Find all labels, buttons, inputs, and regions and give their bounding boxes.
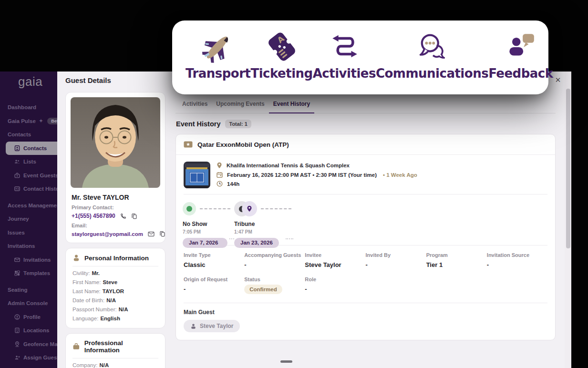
civility-value: Mr. <box>92 270 100 276</box>
personal-information-card: Personal Information Civility:Mr. First … <box>65 248 165 328</box>
guest-email[interactable]: staylorguest@yopmail.com <box>72 231 143 237</box>
modal-item-ticketing[interactable]: A Ticketing <box>250 28 312 94</box>
sidebar-section-invitations[interactable]: Invitations <box>0 239 57 253</box>
green-status-dot <box>183 202 196 215</box>
envelope-icon <box>14 257 20 263</box>
building-icon <box>14 327 20 333</box>
modal-item-feedback[interactable]: Feedback <box>488 28 553 94</box>
history-card-icon <box>14 186 20 192</box>
tab-event-history[interactable]: Event History <box>269 96 314 113</box>
tab-bar: Activities Upcoming Events Event History <box>175 96 556 113</box>
event-venue: Khalifa International Tennis & Squash Co… <box>227 163 350 168</box>
sidebar-item-invitations[interactable]: Invitations <box>0 253 57 267</box>
sidebar-section-contacts[interactable]: Contacts <box>0 128 57 142</box>
invite-details-grid: Invite TypeClassic Accompanying Guests- … <box>176 245 555 303</box>
sidebar-item-templates[interactable]: Templates <box>0 266 57 280</box>
guest-photo-card: Mr. Steve TAYLOR Primary Contact: +1(555… <box>65 92 165 243</box>
event-title: Qatar ExxonMobil Open (ATP) <box>197 141 289 148</box>
drag-handle[interactable] <box>280 360 292 363</box>
geofence-pin-icon <box>14 341 20 347</box>
route-arrows-icon <box>329 28 360 65</box>
timeline-date-pill: Jan 7, 2026 <box>183 238 227 248</box>
person-icon <box>190 323 196 329</box>
dob-value: N/A <box>106 297 116 303</box>
location-marker-dot <box>242 201 257 216</box>
copy-email-icon[interactable] <box>159 231 165 237</box>
sidebar: gaia Dashboard Gaia Pulse ✦ Beta Contact… <box>0 72 57 368</box>
sidebar-item-assign-guest-data[interactable]: Assign Guest Data <box>0 351 57 365</box>
total-badge: Total: 1 <box>225 120 251 128</box>
company-value: N/A <box>99 362 109 368</box>
sidebar-item-seating[interactable]: Seating <box>0 283 57 297</box>
detail-accompanying-guests: Accompanying Guests- <box>244 252 305 268</box>
main-guest-chip[interactable]: Steve Taylor <box>184 320 240 332</box>
timeline-step-no-show: No Show 7:05 PM Jan 7, 2026 <box>183 201 227 248</box>
app-window: gaia Dashboard Gaia Pulse ✦ Beta Contact… <box>0 0 588 368</box>
modal-item-activities[interactable]: Activities <box>313 28 376 94</box>
detail-program: ProgramTier 1 <box>426 252 487 268</box>
detail-invited-by: Invited By- <box>365 252 426 268</box>
sidebar-item-event-guests[interactable]: Event Guests <box>0 169 57 183</box>
sidebar-item-journey[interactable]: Journey <box>0 212 57 226</box>
modal-item-communications[interactable]: Communications <box>376 28 488 94</box>
passport-value: N/A <box>119 307 128 312</box>
sidebar-item-geofence-manager[interactable]: Geofence Manager <box>0 337 57 351</box>
event-timeline: No Show 7:05 PM Jan 7, 2026 <box>176 194 555 245</box>
email-icon[interactable] <box>148 231 155 237</box>
scrollbar-track[interactable] <box>565 72 571 368</box>
calendar-icon <box>217 172 223 178</box>
clock-icon <box>217 181 223 187</box>
sidebar-item-gaia-pulse[interactable]: Gaia Pulse ✦ Beta <box>0 114 57 128</box>
guest-briefcase-icon <box>14 173 20 178</box>
sidebar-item-locations[interactable]: Locations <box>0 324 57 337</box>
person-icon <box>72 254 80 262</box>
sidebar-item-contacts[interactable]: Contacts <box>6 142 57 155</box>
detail-invitation-source: Invitation Source- <box>487 252 547 268</box>
event-history-column: Activities Upcoming Events Event History… <box>175 96 556 340</box>
sidebar-item-dashboard[interactable]: Dashboard <box>0 101 57 114</box>
copy-phone-icon[interactable] <box>131 213 137 219</box>
modal-item-transport[interactable]: Transport <box>186 28 250 94</box>
contact-badge-icon <box>14 145 20 151</box>
sidebar-item-profile[interactable]: Profile <box>0 310 57 324</box>
detail-invitee: InviteeSteve Taylor <box>305 252 365 268</box>
close-icon[interactable]: ✕ <box>552 74 564 86</box>
gaia-logo: gaia <box>0 72 57 89</box>
primary-contact-label: Primary Contact: <box>72 204 159 210</box>
sidebar-item-access-management[interactable]: Access Management <box>0 199 57 213</box>
templates-grid-icon <box>14 270 20 276</box>
guest-photo <box>71 97 160 188</box>
beta-badge: Beta <box>47 118 57 124</box>
event-thumbnail <box>184 162 210 188</box>
sidebar-section-admin-console[interactable]: Admin Console <box>0 296 57 310</box>
detail-origin-of-request: Origin of Request- <box>184 276 244 294</box>
phone-icon[interactable] <box>120 213 126 219</box>
detail-status: StatusConfirmed <box>244 276 305 294</box>
event-ticket-icon <box>184 141 193 148</box>
main-guest-label: Main Guest <box>184 309 547 316</box>
scrollbar-thumb[interactable] <box>566 89 570 248</box>
tab-activities[interactable]: Activities <box>178 96 212 113</box>
event-card: Qatar ExxonMobil Open (ATP) <box>175 134 556 340</box>
guest-details-panel: Guest Details ✕ <box>57 72 571 368</box>
page-title: Guest Details <box>65 76 111 84</box>
event-duration: 144h <box>227 181 239 187</box>
event-relative-time: • 1 Week Ago <box>383 172 417 178</box>
briefcase-icon <box>72 343 80 350</box>
guest-phone[interactable]: +1(555) 4567890 <box>72 213 115 219</box>
tab-upcoming-events[interactable]: Upcoming Events <box>212 96 268 113</box>
last-name-value: TAYLOR <box>103 288 124 294</box>
language-value: English <box>100 316 120 321</box>
sidebar-item-contact-history[interactable]: Contact History <box>0 182 57 196</box>
timeline-step-tribune: Tribune 1:47 PM Jan 23, 2026 <box>234 201 279 248</box>
sidebar-item-lists[interactable]: Lists <box>0 155 57 169</box>
profile-icon <box>14 314 20 320</box>
chat-bubbles-icon <box>416 28 448 65</box>
people-icon <box>14 159 20 164</box>
person-speech-icon <box>505 28 536 65</box>
main-guest-section: Main Guest Steve Taylor <box>176 303 555 340</box>
sidebar-item-issues[interactable]: Issues <box>0 226 57 240</box>
event-datetime: February 16, 2026 12:00 PM AST • 2:30 PM… <box>227 172 377 178</box>
guest-summary-column: Mr. Steve TAYLOR Primary Contact: +1(555… <box>65 92 165 368</box>
sparkle-icon: ✦ <box>39 118 43 123</box>
